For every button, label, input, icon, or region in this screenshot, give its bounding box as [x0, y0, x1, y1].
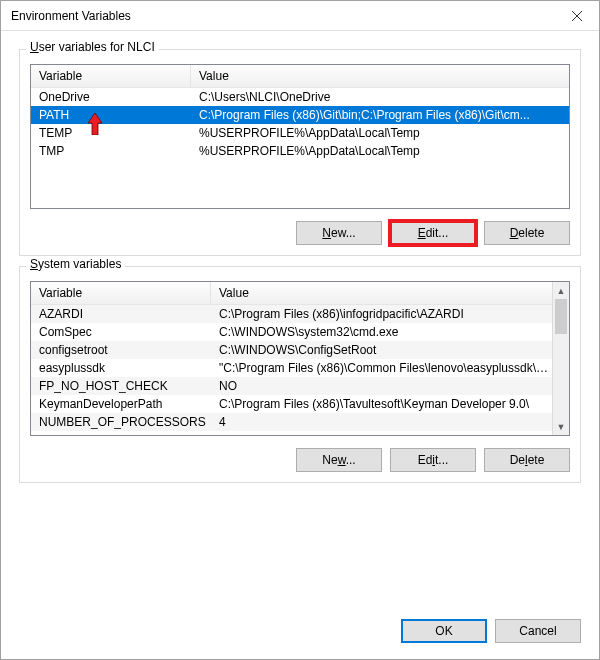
scroll-down-icon[interactable]: ▼	[553, 418, 569, 435]
user-variables-body: OneDrive C:\Users\NLCI\OneDrive PATH C:\…	[31, 88, 569, 160]
user-variables-group: User variables for NLCI Variable Value O…	[19, 49, 581, 256]
cell-value: "C:\Program Files (x86)\Common Files\len…	[211, 359, 569, 377]
table-row[interactable]: TMP %USERPROFILE%\AppData\Local\Temp	[31, 142, 569, 160]
cell-variable: ComSpec	[31, 323, 211, 341]
table-header: Variable Value	[31, 282, 569, 305]
cell-variable: KeymanDeveloperPath	[31, 395, 211, 413]
cell-variable: configsetroot	[31, 341, 211, 359]
cell-value: Windows_NT	[211, 431, 569, 436]
system-variables-table[interactable]: Variable Value AZARDI C:\Program Files (…	[30, 281, 570, 436]
cell-variable: OneDrive	[31, 88, 191, 106]
table-row[interactable]: ComSpec C:\WINDOWS\system32\cmd.exe	[31, 323, 569, 341]
cancel-button[interactable]: Cancel	[495, 619, 581, 643]
system-variables-body: AZARDI C:\Program Files (x86)\infogridpa…	[31, 305, 569, 436]
table-row[interactable]: configsetroot C:\WINDOWS\ConfigSetRoot	[31, 341, 569, 359]
user-variables-table[interactable]: Variable Value OneDrive C:\Users\NLCI\On…	[30, 64, 570, 209]
cell-value: C:\Program Files (x86)\Tavultesoft\Keyma…	[211, 395, 569, 413]
cell-variable: OS	[31, 431, 211, 436]
system-variables-group: System variables Variable Value AZARDI C…	[19, 266, 581, 483]
table-row[interactable]: PATH C:\Program Files (x86)\Git\bin;C:\P…	[31, 106, 569, 124]
cell-value: C:\Program Files (x86)\infogridpacific\A…	[211, 305, 569, 323]
dialog-button-row: OK Cancel	[1, 609, 599, 659]
cell-value: C:\WINDOWS\ConfigSetRoot	[211, 341, 569, 359]
user-variables-label: User variables for NLCI	[26, 40, 159, 54]
user-new-button[interactable]: New...	[296, 221, 382, 245]
system-button-row: New... Edit... Delete	[30, 448, 570, 472]
table-row[interactable]: TEMP %USERPROFILE%\AppData\Local\Temp	[31, 124, 569, 142]
cell-variable: NUMBER_OF_PROCESSORS	[31, 413, 211, 431]
cell-variable: PATH	[31, 106, 191, 124]
table-row[interactable]: OS Windows_NT	[31, 431, 569, 436]
scroll-thumb[interactable]	[555, 299, 567, 334]
environment-variables-dialog: Environment Variables User variables for…	[0, 0, 600, 660]
system-edit-button[interactable]: Edit...	[390, 448, 476, 472]
dialog-content: User variables for NLCI Variable Value O…	[1, 31, 599, 609]
cell-value: %USERPROFILE%\AppData\Local\Temp	[191, 142, 569, 160]
cell-variable: TEMP	[31, 124, 191, 142]
ok-button[interactable]: OK	[401, 619, 487, 643]
window-title: Environment Variables	[11, 9, 131, 23]
column-header-value[interactable]: Value	[191, 65, 569, 87]
close-button[interactable]	[554, 1, 599, 30]
cell-variable: AZARDI	[31, 305, 211, 323]
column-header-variable[interactable]: Variable	[31, 282, 211, 304]
table-header: Variable Value	[31, 65, 569, 88]
table-row[interactable]: AZARDI C:\Program Files (x86)\infogridpa…	[31, 305, 569, 323]
column-header-variable[interactable]: Variable	[31, 65, 191, 87]
table-row[interactable]: OneDrive C:\Users\NLCI\OneDrive	[31, 88, 569, 106]
cell-value: %USERPROFILE%\AppData\Local\Temp	[191, 124, 569, 142]
close-icon	[572, 11, 582, 21]
cell-value: 4	[211, 413, 569, 431]
table-row[interactable]: easyplussdk "C:\Program Files (x86)\Comm…	[31, 359, 569, 377]
table-row[interactable]: NUMBER_OF_PROCESSORS 4	[31, 413, 569, 431]
cell-value: C:\Program Files (x86)\Git\bin;C:\Progra…	[191, 106, 569, 124]
user-delete-button[interactable]: Delete	[484, 221, 570, 245]
system-new-button[interactable]: New...	[296, 448, 382, 472]
scroll-up-icon[interactable]: ▲	[553, 282, 569, 299]
user-button-row: New... Edit... Delete	[30, 221, 570, 245]
system-delete-button[interactable]: Delete	[484, 448, 570, 472]
cell-value: C:\Users\NLCI\OneDrive	[191, 88, 569, 106]
titlebar: Environment Variables	[1, 1, 599, 31]
cell-variable: FP_NO_HOST_CHECK	[31, 377, 211, 395]
user-edit-button[interactable]: Edit...	[390, 221, 476, 245]
scrollbar[interactable]: ▲ ▼	[552, 282, 569, 435]
cell-variable: TMP	[31, 142, 191, 160]
table-row[interactable]: KeymanDeveloperPath C:\Program Files (x8…	[31, 395, 569, 413]
system-variables-label: System variables	[26, 257, 125, 271]
cell-value: NO	[211, 377, 569, 395]
table-row[interactable]: FP_NO_HOST_CHECK NO	[31, 377, 569, 395]
column-header-value[interactable]: Value	[211, 282, 569, 304]
cell-value: C:\WINDOWS\system32\cmd.exe	[211, 323, 569, 341]
cell-variable: easyplussdk	[31, 359, 211, 377]
